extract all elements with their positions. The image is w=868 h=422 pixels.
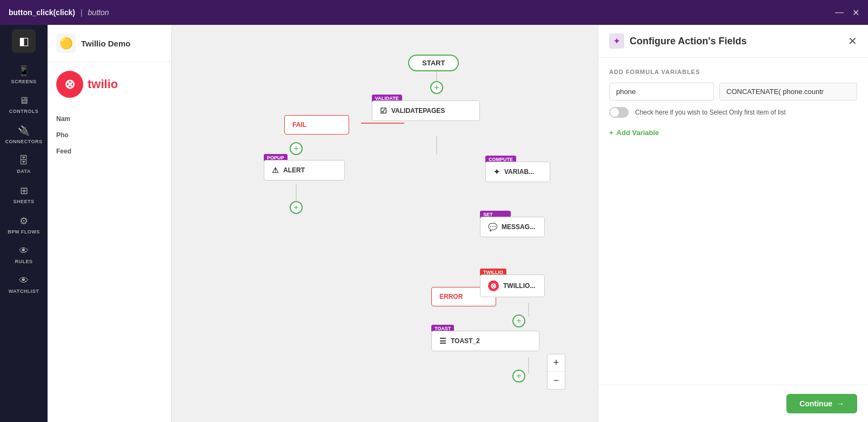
section-label: ADD FORMULA VARIABLES bbox=[609, 69, 857, 75]
app-name: Twillio Demo bbox=[81, 39, 130, 48]
zoom-in-button[interactable]: + bbox=[547, 354, 565, 372]
validate-label: VALIDATEPAGES bbox=[391, 107, 445, 115]
twilio-label: TWILLIO... bbox=[503, 282, 535, 290]
plus-circle-1[interactable]: + bbox=[430, 81, 443, 94]
app-panel-header: 🟡 Twillio Demo bbox=[48, 25, 171, 62]
variable-node[interactable]: ✦ VARIAB... bbox=[485, 162, 550, 182]
watchlist-label: WATCHLIST bbox=[9, 289, 39, 294]
sidebar-item-sheets[interactable]: ⊞ SHEETS bbox=[2, 179, 45, 210]
app-icon: 🟡 bbox=[56, 34, 76, 53]
left-nav: ◧ 📱 SCREENS 🖥 CONTROLS 🔌 CONNECTORS 🗄 DA… bbox=[0, 25, 48, 422]
right-panel-header: ✦ Configure Action's Fields ✕ bbox=[598, 25, 868, 58]
toast-label: TOAST_2 bbox=[451, 337, 480, 345]
validate-node[interactable]: ☑ VALIDATEPAGES bbox=[372, 101, 480, 121]
continue-label: Continue bbox=[799, 399, 832, 408]
logo-icon: ◧ bbox=[19, 35, 29, 48]
phone-label: Pho bbox=[56, 131, 163, 139]
plus-circle-5[interactable]: + bbox=[512, 370, 525, 383]
alert-icon: ⚠ bbox=[272, 166, 279, 175]
top-bar-separator: | bbox=[81, 8, 83, 17]
rules-icon: 👁 bbox=[19, 245, 29, 257]
variable-name-input[interactable] bbox=[609, 83, 714, 101]
flow-canvas[interactable]: START + VALIDATE SCREENS ☑ VALIDATEPAGES… bbox=[172, 25, 598, 422]
twilio-icon: ⊗ bbox=[488, 280, 499, 291]
variable-label: VARIAB... bbox=[504, 168, 534, 176]
sidebar-item-controls[interactable]: 🖥 CONTROLS bbox=[2, 90, 45, 119]
alert-label: ALERT bbox=[283, 166, 305, 174]
controls-label: CONTROLS bbox=[9, 109, 39, 114]
sidebar-item-screens[interactable]: 📱 SCREENS bbox=[2, 59, 45, 90]
sheets-icon: ⊞ bbox=[20, 185, 28, 197]
twilio-logo: ⊗ twilio bbox=[48, 62, 171, 106]
continue-button[interactable]: Continue → bbox=[786, 394, 857, 413]
data-icon: 🗄 bbox=[19, 155, 29, 166]
validate-icon: ☑ bbox=[380, 106, 387, 115]
error-label: ERROR bbox=[439, 293, 463, 300]
minimize-button[interactable]: — bbox=[835, 8, 844, 18]
right-panel-title: ✦ Configure Action's Fields bbox=[609, 34, 747, 49]
panel-title-text: Configure Action's Fields bbox=[630, 36, 747, 47]
twilio-icon: ⊗ bbox=[56, 71, 83, 98]
right-panel: ✦ Configure Action's Fields ✕ ADD FORMUL… bbox=[598, 25, 868, 422]
alert-node[interactable]: ⚠ ALERT bbox=[264, 160, 345, 180]
connectors-label: CONNECTORS bbox=[5, 139, 43, 144]
sidebar-item-rules[interactable]: 👁 RULES bbox=[2, 240, 45, 270]
message-icon: 💬 bbox=[488, 223, 497, 231]
bpmflows-label: BPM FLOWS bbox=[8, 229, 40, 235]
toggle-switch[interactable] bbox=[609, 107, 629, 118]
right-panel-footer: Continue → bbox=[598, 385, 868, 422]
close-button[interactable]: ✕ bbox=[852, 8, 859, 18]
screens-label: SCREENS bbox=[11, 79, 36, 84]
flow-area: START + VALIDATE SCREENS ☑ VALIDATEPAGES… bbox=[172, 25, 598, 422]
top-bar: button_click(click) | button — ✕ bbox=[0, 0, 868, 25]
variable-icon: ✦ bbox=[493, 168, 500, 176]
top-bar-title: button_click(click) bbox=[9, 8, 75, 17]
right-panel-body: ADD FORMULA VARIABLES Check here if you … bbox=[598, 58, 868, 385]
name-label: Nam bbox=[56, 115, 163, 123]
plus-circle-3[interactable]: + bbox=[290, 201, 303, 214]
app-panel: 🟡 Twillio Demo ⊗ twilio Nam Pho Feed bbox=[48, 25, 172, 422]
sidebar-item-data[interactable]: 🗄 DATA bbox=[2, 150, 45, 179]
form-panel: Nam Pho Feed bbox=[48, 106, 171, 164]
twilio-node[interactable]: ⊗ TWILLIO... bbox=[480, 274, 545, 297]
screens-icon: 📱 bbox=[18, 65, 30, 77]
controls-icon: 🖥 bbox=[19, 95, 29, 106]
connectors-icon: 🔌 bbox=[18, 125, 30, 137]
variable-formula-input[interactable] bbox=[719, 83, 857, 101]
form-field-feedback: Feed bbox=[56, 148, 163, 155]
app-logo: ◧ bbox=[12, 29, 36, 53]
data-label: DATA bbox=[17, 169, 31, 174]
variable-row bbox=[609, 83, 857, 101]
sidebar-item-watchlist[interactable]: 👁 WATCHLIST bbox=[2, 270, 45, 299]
plus-circle-2[interactable]: + bbox=[290, 142, 303, 155]
toast-icon: ☰ bbox=[439, 337, 446, 345]
message-node[interactable]: 💬 MESSAG... bbox=[480, 217, 545, 237]
add-variable-button[interactable]: + Add Variable bbox=[609, 129, 659, 137]
twilio-text: twilio bbox=[88, 77, 118, 91]
node-start[interactable]: START bbox=[408, 55, 459, 71]
toggle-label: Check here if you wish to Select Only fi… bbox=[635, 109, 786, 116]
sidebar-item-bpmflows[interactable]: ⚙ BPM FLOWS bbox=[2, 210, 45, 240]
message-label: MESSAG... bbox=[502, 223, 535, 231]
zoom-out-button[interactable]: − bbox=[547, 372, 565, 389]
add-variable-icon: + bbox=[609, 129, 613, 137]
sheets-label: SHEETS bbox=[13, 199, 34, 204]
continue-arrow: → bbox=[837, 399, 844, 408]
fail-node[interactable]: FAIL bbox=[284, 115, 349, 135]
top-bar-actions: — ✕ bbox=[835, 8, 859, 18]
watchlist-icon: 👁 bbox=[19, 275, 29, 286]
fail-label: FAIL bbox=[292, 121, 306, 129]
panel-icon: ✦ bbox=[609, 34, 624, 49]
sidebar-item-connectors[interactable]: 🔌 CONNECTORS bbox=[2, 119, 45, 150]
main-layout: ◧ 📱 SCREENS 🖥 CONTROLS 🔌 CONNECTORS 🗄 DA… bbox=[0, 25, 868, 422]
bpmflows-icon: ⚙ bbox=[19, 215, 28, 227]
rules-label: RULES bbox=[15, 259, 32, 264]
zoom-controls: + − bbox=[547, 354, 565, 390]
top-bar-subtitle: button bbox=[88, 8, 109, 17]
panel-close-button[interactable]: ✕ bbox=[848, 35, 857, 48]
toast-node[interactable]: ☰ TOAST_2 bbox=[431, 331, 539, 351]
form-field-phone: Pho bbox=[56, 131, 163, 139]
plus-circle-4[interactable]: + bbox=[512, 314, 525, 327]
form-field-name: Nam bbox=[56, 115, 163, 123]
toggle-row: Check here if you wish to Select Only fi… bbox=[609, 107, 857, 118]
